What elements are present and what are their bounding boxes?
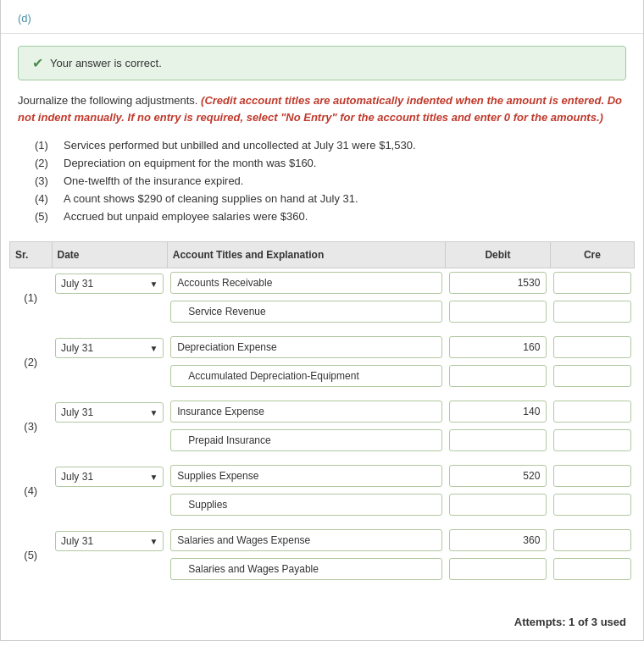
credit-cell <box>550 490 634 519</box>
debit-input[interactable] <box>449 429 547 451</box>
credit-cell <box>550 555 634 583</box>
list-item: (5) Accrued but unpaid employee salaries… <box>35 210 626 223</box>
account-input[interactable] <box>170 272 441 294</box>
debit-cell <box>446 555 551 583</box>
account-cell <box>167 297 445 326</box>
date-cell[interactable]: July 31▼ <box>52 526 167 583</box>
debit-cell <box>446 397 551 426</box>
section-d-label: (d) <box>18 12 31 25</box>
account-cell <box>167 461 445 490</box>
date-cell[interactable]: July 31▼ <box>52 268 167 327</box>
account-input[interactable] <box>170 529 441 551</box>
main-container: (d) ✔ Your answer is correct. Journalize… <box>0 0 644 641</box>
correct-text: Your answer is correct. <box>50 57 162 69</box>
account-input[interactable] <box>170 401 441 423</box>
credit-input[interactable] <box>553 465 630 487</box>
credit-cell <box>550 426 634 455</box>
sr-cell: (3) <box>10 397 53 455</box>
credit-cell <box>550 461 634 490</box>
adjustments-list: (1) Services performed but unbilled and … <box>1 132 643 241</box>
account-input[interactable] <box>170 429 441 451</box>
header-debit: Debit <box>446 242 551 268</box>
date-value: July 31 <box>61 342 93 354</box>
credit-input[interactable] <box>553 336 630 358</box>
credit-input[interactable] <box>553 301 630 323</box>
spacer-row <box>10 519 635 526</box>
date-dropdown[interactable]: July 31▼ <box>55 531 164 551</box>
credit-input[interactable] <box>553 365 630 387</box>
header-credit: Cre <box>550 242 634 268</box>
date-value: July 31 <box>61 406 93 418</box>
sr-cell: (4) <box>10 461 53 519</box>
header-date: Date <box>52 242 167 268</box>
check-icon: ✔ <box>32 55 43 71</box>
debit-input[interactable] <box>449 494 547 516</box>
account-cell <box>167 526 445 555</box>
spacer-row <box>10 390 635 397</box>
credit-cell <box>550 297 634 326</box>
account-cell <box>167 555 445 583</box>
debit-cell <box>446 461 551 490</box>
chevron-down-icon: ▼ <box>149 408 158 417</box>
debit-cell <box>446 362 551 390</box>
journal-table-wrapper: Sr. Date Account Titles and Explanation … <box>1 241 643 607</box>
credit-cell <box>550 362 634 390</box>
credit-input[interactable] <box>553 494 630 516</box>
debit-input[interactable] <box>449 401 547 423</box>
account-input[interactable] <box>170 365 441 387</box>
credit-input[interactable] <box>553 529 630 551</box>
account-input[interactable] <box>170 494 441 516</box>
chevron-down-icon: ▼ <box>149 472 158 482</box>
debit-cell <box>446 297 551 326</box>
credit-input[interactable] <box>553 558 630 580</box>
sr-cell: (1) <box>10 268 53 327</box>
account-cell <box>167 333 445 362</box>
chevron-down-icon: ▼ <box>149 279 158 289</box>
spacer-row <box>10 583 635 590</box>
debit-input[interactable] <box>449 558 547 580</box>
table-row: (1)July 31▼ <box>10 268 635 298</box>
debit-cell <box>446 526 551 555</box>
section-d: (d) <box>1 0 643 34</box>
debit-input[interactable] <box>449 529 547 551</box>
credit-input[interactable] <box>553 401 630 423</box>
date-value: July 31 <box>61 278 93 290</box>
credit-cell <box>550 333 634 362</box>
account-cell <box>167 490 445 519</box>
debit-cell <box>446 490 551 519</box>
list-item: (1) Services performed but unbilled and … <box>35 139 626 152</box>
date-dropdown[interactable]: July 31▼ <box>55 338 164 358</box>
date-dropdown[interactable]: July 31▼ <box>55 274 164 294</box>
debit-cell <box>446 426 551 455</box>
correct-banner: ✔ Your answer is correct. <box>18 46 626 80</box>
account-input[interactable] <box>170 465 441 487</box>
credit-cell <box>550 268 634 298</box>
debit-input[interactable] <box>449 336 547 358</box>
spacer-row <box>10 326 635 333</box>
instructions: Journalize the following adjustments. (C… <box>1 92 643 132</box>
debit-input[interactable] <box>449 365 547 387</box>
debit-input[interactable] <box>449 465 547 487</box>
credit-input[interactable] <box>553 272 630 294</box>
account-cell <box>167 397 445 426</box>
table-row: (2)July 31▼ <box>10 333 635 362</box>
date-dropdown[interactable]: July 31▼ <box>55 467 164 487</box>
debit-input[interactable] <box>449 272 547 294</box>
date-dropdown[interactable]: July 31▼ <box>55 402 164 423</box>
date-value: July 31 <box>61 471 93 483</box>
header-sr: Sr. <box>10 242 53 268</box>
list-item: (2) Depreciation on equipment for the mo… <box>35 157 626 169</box>
date-cell[interactable]: July 31▼ <box>52 461 167 519</box>
table-row: (4)July 31▼ <box>10 461 635 490</box>
account-input[interactable] <box>170 558 441 580</box>
account-input[interactable] <box>170 336 441 358</box>
account-input[interactable] <box>170 301 441 323</box>
attempts-text: Attempts: 1 of 3 used <box>514 616 626 628</box>
debit-input[interactable] <box>449 301 547 323</box>
date-cell[interactable]: July 31▼ <box>52 397 167 455</box>
date-cell[interactable]: July 31▼ <box>52 333 167 390</box>
sr-cell: (5) <box>10 526 53 583</box>
sr-cell: (2) <box>10 333 53 390</box>
attempts-bar: Attempts: 1 of 3 used <box>1 607 643 640</box>
credit-input[interactable] <box>553 429 630 451</box>
